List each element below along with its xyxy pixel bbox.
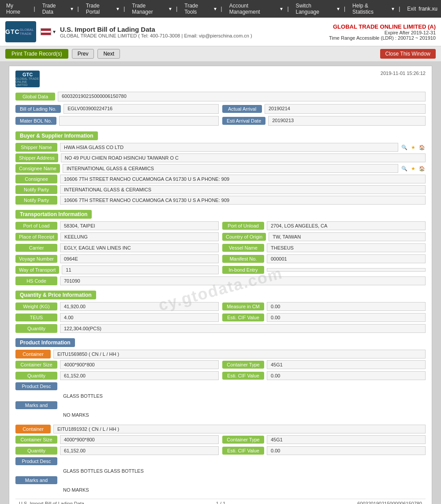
container1-size-col: Container Size 4000*900*800 [15, 360, 219, 369]
masterbol-label: Mater BOL No. [15, 117, 56, 125]
shipper-name-icons: 🔍 ★ 🏠 [401, 143, 426, 152]
container2-type-value: 45G1 [267, 435, 426, 444]
measure-value: 0.00 [267, 302, 426, 311]
bol-label: Bill of Lading No. [15, 105, 61, 113]
nav-tradedata[interactable]: Trade Data [40, 2, 69, 16]
container1-cif-label: Esti. CIF Value [222, 372, 264, 380]
container2-label: Container [15, 425, 51, 433]
masterbol-estiarrival-row: Mater BOL No. Esti Arrival Date 20190213 [15, 116, 426, 126]
way-inbond-row: Way of Transport 11 In-bond Entry [15, 265, 426, 274]
prev-button-top[interactable]: Prev [72, 49, 94, 59]
nav-accountmgmt[interactable]: Account Management [227, 2, 279, 16]
masterbol-value [59, 116, 219, 126]
weight-col: Weight (KG) 41,920.00 [15, 302, 219, 311]
container1-size-label: Container Size [15, 361, 57, 369]
nav-helpstats[interactable]: Help & Statistics [350, 2, 390, 16]
page-title-area: U.S. Import Bill of Lading Data GLOBAL T… [60, 26, 252, 38]
flag-selector[interactable]: ▾ [41, 28, 56, 35]
container2-marks-value-area [60, 476, 426, 484]
main-content: cy.gtodata.com GTC GLOBAL TRADE ONLINE L… [0, 61, 441, 504]
print-button-top[interactable]: Print Trade Record(s) [5, 49, 68, 59]
port-load-col: Port of Load 58304, TAIPEI [15, 221, 219, 230]
inbond-col: In-bond Entry [222, 266, 426, 274]
container1-type-value: 45G1 [267, 360, 426, 369]
record-logo-box: GTC GLOBAL TRADE ONLINE LIMITED [15, 71, 40, 87]
inbond-label: In-bond Entry [222, 266, 264, 274]
star-icon[interactable]: ★ [410, 144, 417, 151]
country-origin-label: Country of Origin [222, 233, 266, 241]
container1-marks-value: NO MARKS [15, 411, 426, 420]
container2-desc-label: Product Desc [15, 457, 57, 465]
esti-arrival-label: Esti Arrival Date [222, 117, 265, 125]
shipper-name-label: Shipper Name [15, 143, 57, 152]
actual-arrival-value: 20190214 [265, 104, 426, 114]
weight-label: Weight (KG) [15, 302, 57, 310]
company-fullname: GLOBAL TRADE ONLINE LIMITED [60, 33, 137, 38]
top-toolbar: Print Trade Record(s) Prev Next Close Th… [0, 46, 441, 61]
esti-cif-label: Esti. CIF Value [222, 314, 264, 321]
nav-trademanager[interactable]: Trade Manager [129, 2, 167, 16]
way-transport-col: Way of Transport 11 [15, 265, 219, 274]
time-range-info: Time Range Accessible (LDR) : 200712 ~ 2… [329, 35, 436, 41]
place-receipt-country-row: Place of Receipt KEELUNG Country of Orig… [15, 232, 426, 241]
container1-type-label: Container Type [222, 361, 264, 369]
close-button-top[interactable]: Close This Window [380, 49, 436, 59]
record-card: cy.gtodata.com GTC GLOBAL TRADE ONLINE L… [9, 66, 432, 504]
home-icon[interactable]: 🏠 [419, 144, 426, 151]
container2-qty-value: 61,152.00 [60, 446, 219, 455]
voyage-value: 0964E [60, 254, 219, 263]
container1-qty-label: Quantity [15, 372, 57, 380]
bol-value: EGLV003900224716 [64, 104, 219, 114]
shipper-name-value: HWA HSIA GLASS CO LTD [60, 143, 398, 152]
container2-cif-col: Esti. CIF Value 0.00 [222, 446, 426, 455]
buyer-supplier-header: Buyer & Supplier Information [15, 131, 98, 140]
shipper-name-row: Shipper Name HWA HSIA GLASS CO LTD 🔍 ★ 🏠 [15, 143, 426, 152]
container2-size-label: Container Size [15, 436, 57, 444]
nav-tradetools[interactable]: Trade Tools [182, 2, 212, 16]
page-title: U.S. Import Bill of Lading Data [60, 26, 252, 33]
record-header: GTC GLOBAL TRADE ONLINE LIMITED 2019-11-… [15, 71, 426, 87]
carrier-col: Carrier EGLY, EAGLE VAN LINES INC [15, 243, 219, 252]
star-icon2[interactable]: ★ [410, 165, 417, 172]
manifest-col: Manifest No. 000001 [222, 254, 426, 263]
record-timestamp: 2019-11-01 15:26:12 [381, 71, 426, 76]
container2-desc-value: GLASS BOTTLES GLASS BOTTLES [15, 467, 426, 476]
nav-sep3: | [121, 5, 127, 13]
company-contact: GLOBAL TRADE ONLINE LIMITED ( Tel: 400-7… [60, 33, 252, 38]
port-unload-col: Port of Unload 2704, LOS ANGELES, CA [222, 221, 426, 230]
company-phone: Tel: 400-710-3008 [141, 33, 180, 38]
measure-col: Measure in CM 0.00 [222, 302, 426, 311]
home-icon2[interactable]: 🏠 [419, 165, 426, 172]
nav-switchlang[interactable]: Switch Language [293, 2, 335, 16]
nav-myhome[interactable]: My Home [4, 2, 30, 16]
country-origin-col: Country of Origin TW, TAIWAN [222, 232, 426, 241]
global-data-label: Global Data [15, 93, 55, 101]
next-button-top[interactable]: Next [97, 49, 120, 59]
quantity-value: 122,304.00(PCS) [60, 324, 426, 333]
nav-sep2: | [75, 5, 82, 13]
nav-exit[interactable]: Exit [404, 5, 419, 13]
transportation-header: Transportation Information [15, 210, 92, 219]
container1-marks-row: Marks and [15, 401, 426, 409]
vessel-name-col: Vessel Name THESEUS [222, 243, 426, 252]
consignee-name-row: Consignee Name INTERNATIONAL GLASS & CER… [15, 164, 426, 173]
esti-arrival-value: 20190213 [268, 116, 426, 126]
way-transport-value: 11 [62, 265, 219, 274]
container1-label: Container [15, 350, 51, 358]
container2-type-col: Container Type 45G1 [222, 435, 426, 444]
masterbol-col: Mater BOL No. [15, 116, 219, 126]
search-icon2[interactable]: 🔍 [401, 165, 408, 172]
consignee-name-value: INTERNATIONAL GLASS & CERAMICS [63, 164, 398, 173]
nav-sep8: | [396, 5, 403, 13]
port-unload-value: 2704, LOS ANGELES, CA [267, 221, 426, 230]
record-logo-sub: GLOBAL TRADE ONLINE LIMITED [15, 77, 40, 86]
manifest-value: 000001 [267, 254, 426, 263]
record-logo-text: GTC [22, 72, 33, 77]
nav-tradeportal[interactable]: Trade Portal [83, 2, 115, 16]
nav-user: frank.xu [419, 6, 437, 12]
bol-arrival-row: Bill of Lading No. EGLV003900224716 Actu… [15, 104, 426, 114]
consignee-name-icons: 🔍 ★ 🏠 [401, 164, 426, 173]
search-icon[interactable]: 🔍 [401, 144, 408, 151]
container-2: Container EITU1891932 ( CN / L / HH ) Co… [15, 425, 426, 495]
record-footer-id: 600320190215000006150780 [357, 501, 422, 504]
